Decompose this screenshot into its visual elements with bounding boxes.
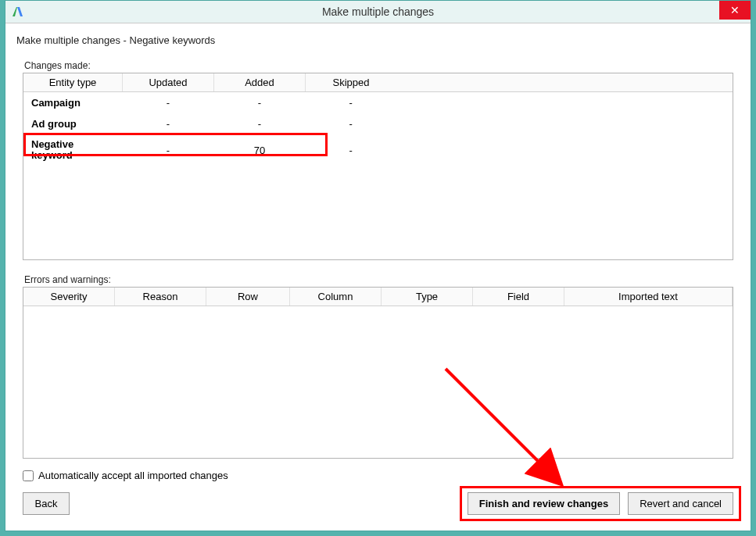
cell-skipped: - xyxy=(306,113,397,134)
right-button-group: Finish and review changes Revert and can… xyxy=(468,492,733,515)
table-row: Negative keyword - 70 - xyxy=(23,134,733,166)
cell-added: - xyxy=(214,92,306,114)
errors-table-container: Severity Reason Row Column Type Field Im… xyxy=(23,287,733,459)
close-button[interactable]: ✕ xyxy=(719,1,751,20)
changes-table: Entity type Updated Added Skipped Campai… xyxy=(23,73,733,166)
cell-entity: Negative keyword xyxy=(23,134,123,166)
col-added: Added xyxy=(214,73,306,92)
col-field: Field xyxy=(473,288,564,306)
col-type: Type xyxy=(382,288,473,306)
titlebar: Make multiple changes ✕ xyxy=(5,1,751,23)
cell-entity: Ad group xyxy=(23,113,123,134)
changes-made-label: Changes made: xyxy=(24,60,740,71)
back-button[interactable]: Back xyxy=(23,492,70,515)
window-title: Make multiple changes xyxy=(5,5,751,18)
auto-accept-row[interactable]: Automatically accept all imported change… xyxy=(23,470,733,481)
col-column: Column xyxy=(290,288,382,306)
col-reason: Reason xyxy=(115,288,206,306)
col-entity-type: Entity type xyxy=(23,73,123,92)
cell-added: 70 xyxy=(214,134,306,166)
cell-updated: - xyxy=(123,113,214,134)
cell-added: - xyxy=(214,113,306,134)
button-row: Back Finish and review changes Revert an… xyxy=(23,492,733,515)
col-imported-text: Imported text xyxy=(564,288,733,306)
dialog-subtitle: Make multiple changes - Negative keyword… xyxy=(16,34,740,46)
dialog-window: Make multiple changes ✕ Make multiple ch… xyxy=(5,0,751,531)
table-row: Ad group - - - xyxy=(23,113,733,134)
col-updated: Updated xyxy=(123,73,214,92)
cell-updated: - xyxy=(123,92,214,114)
errors-warnings-label: Errors and warnings: xyxy=(24,274,740,285)
changes-table-container: Entity type Updated Added Skipped Campai… xyxy=(23,73,733,260)
app-logo-icon xyxy=(10,4,26,20)
col-row: Row xyxy=(206,288,290,306)
auto-accept-label: Automatically accept all imported change… xyxy=(38,470,228,481)
cell-skipped: - xyxy=(306,92,397,114)
close-icon: ✕ xyxy=(730,4,740,16)
auto-accept-checkbox[interactable] xyxy=(23,470,34,481)
finish-review-button[interactable]: Finish and review changes xyxy=(468,492,620,515)
cell-entity: Campaign xyxy=(23,92,123,114)
col-severity: Severity xyxy=(23,288,115,306)
table-row: Campaign - - - xyxy=(23,92,733,114)
col-skipped: Skipped xyxy=(306,73,397,92)
cell-updated: - xyxy=(123,134,214,166)
cell-skipped: - xyxy=(306,134,397,166)
errors-table: Severity Reason Row Column Type Field Im… xyxy=(23,288,733,306)
revert-cancel-button[interactable]: Revert and cancel xyxy=(628,492,733,515)
